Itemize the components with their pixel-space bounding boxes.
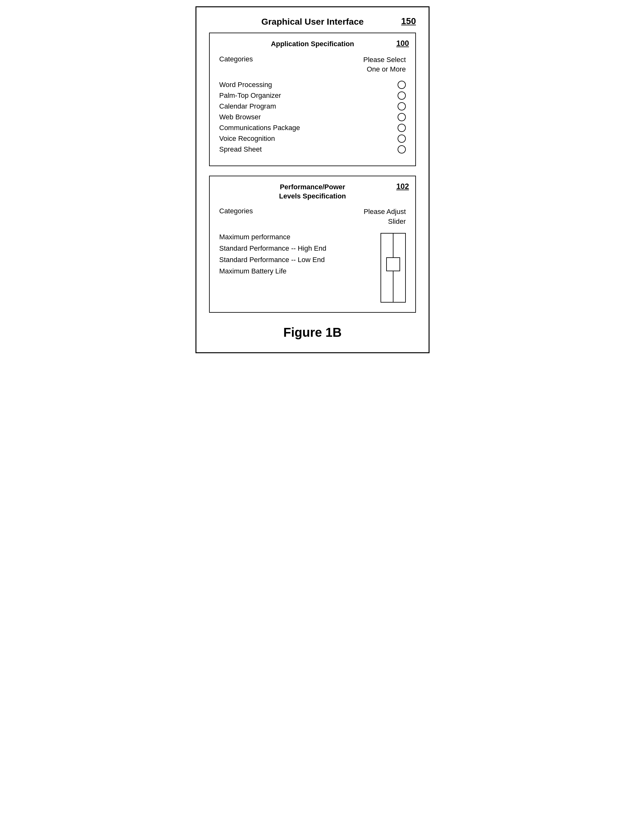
item-label: Palm-Top Organizer (219, 92, 391, 100)
page-container: Graphical User Interface 150 Application… (196, 6, 429, 353)
page-ref: 150 (401, 16, 416, 26)
radio-button-voice[interactable] (398, 134, 406, 143)
perf-header: Categories Please AdjustSlider (219, 207, 406, 227)
list-item: Standard Performance -- High End (219, 244, 326, 252)
item-label: Web Browser (219, 113, 391, 121)
perf-panel-ref: 102 (396, 182, 409, 191)
item-label: Calendar Program (219, 102, 391, 111)
radio-button-web-browser[interactable] (398, 113, 406, 121)
app-spec-title: Application Specification (219, 40, 406, 49)
item-label: Spread Sheet (219, 145, 391, 154)
slider-track[interactable] (381, 233, 406, 302)
perf-panel-title: Performance/PowerLevels Specification (219, 182, 406, 201)
page-title: Graphical User Interface (209, 17, 416, 30)
list-item: Calendar Program (219, 102, 406, 111)
app-spec-list: Word Processing Palm-Top Organizer Calen… (219, 81, 406, 154)
list-item: Spread Sheet (219, 145, 406, 154)
app-spec-ref: 100 (396, 39, 409, 48)
radio-button-spreadsheet[interactable] (398, 145, 406, 154)
item-label: Communications Package (219, 124, 391, 132)
app-spec-instruction: Please SelectOne or More (363, 55, 406, 75)
list-item: Standard Performance -- Low End (219, 256, 326, 264)
list-item: Communications Package (219, 124, 406, 132)
app-spec-panel: Application Specification 100 Categories… (209, 33, 416, 166)
app-spec-header: Categories Please SelectOne or More (219, 55, 406, 75)
slider-container (381, 233, 406, 302)
radio-button-word-processing[interactable] (398, 81, 406, 89)
slider-thumb[interactable] (386, 257, 400, 271)
perf-panel: Performance/PowerLevels Specification 10… (209, 176, 416, 313)
list-item: Voice Recognition (219, 134, 406, 143)
perf-categories-label: Categories (219, 207, 253, 215)
item-label: Voice Recognition (219, 134, 391, 143)
app-spec-categories-label: Categories (219, 55, 253, 63)
list-item: Maximum Battery Life (219, 267, 326, 275)
radio-button-palm-top[interactable] (398, 92, 406, 100)
list-item: Web Browser (219, 113, 406, 121)
list-item: Palm-Top Organizer (219, 92, 406, 100)
list-item: Maximum performance (219, 233, 326, 241)
figure-caption: Figure 1B (209, 326, 416, 340)
item-label: Word Processing (219, 81, 391, 89)
perf-list: Maximum performance Standard Performance… (219, 233, 326, 279)
radio-button-communications[interactable] (398, 124, 406, 132)
perf-content: Maximum performance Standard Performance… (219, 233, 406, 302)
perf-instruction: Please AdjustSlider (364, 207, 406, 227)
list-item: Word Processing (219, 81, 406, 89)
radio-button-calendar[interactable] (398, 102, 406, 111)
